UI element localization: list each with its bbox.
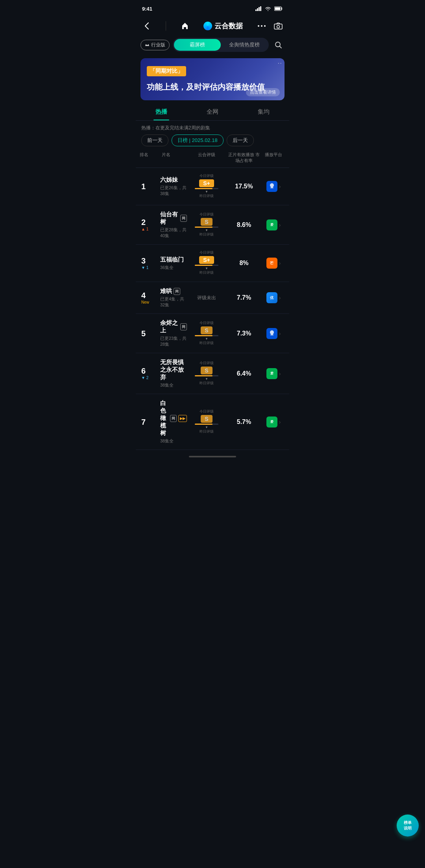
name-cell: 难哄 网 已更4集，共32集	[160, 287, 187, 308]
sub-tab-hot[interactable]: 热播	[136, 103, 187, 120]
rating-today-label: 今日评级	[200, 250, 214, 255]
rating-arrow: ▼	[205, 377, 208, 381]
rating-arrow: ▼	[205, 337, 208, 341]
rating-arrow: ▼	[205, 229, 208, 232]
platform-youku-icon: 优	[266, 292, 277, 303]
home-indicator	[189, 456, 236, 457]
share-cell: 7.3%	[226, 330, 262, 337]
drama-sub: 38集全	[160, 438, 187, 444]
banner[interactable]: 「同期对比」 功能上线，及时评估内容播放价值 点击查看详情 • •	[140, 58, 285, 100]
rating-today-label: 今日评级	[200, 173, 214, 179]
rating-arrow: ▼	[205, 190, 208, 194]
more-button[interactable]	[255, 20, 268, 32]
rank-change: New	[141, 300, 149, 304]
rating-today-label: 今日评级	[200, 321, 214, 326]
rating-today-value: S	[201, 367, 212, 374]
rating-today-value: S+	[199, 179, 214, 187]
wifi-icon	[265, 6, 271, 11]
rating-cell: 今日评级 S ▼ 昨日评级	[187, 321, 226, 346]
platform-cell: 爱 ›	[262, 416, 285, 428]
name-cell: 白色橄榄树 网▶▶ 38集全	[160, 400, 187, 444]
status-time: 9:41	[142, 6, 152, 12]
rating-cell: 今日评级 S+ ▼ 昨日评级	[187, 250, 226, 276]
search-button[interactable]	[272, 39, 285, 51]
header-rating: 云合评级	[187, 152, 226, 164]
banner-detail-link[interactable]: 点击查看详情	[246, 88, 280, 96]
industry-tag[interactable]: 行业版	[140, 40, 170, 50]
drama-sub: 已更4集，共32集	[160, 296, 187, 308]
svg-rect-3	[260, 6, 261, 11]
rating-today-value: S	[201, 326, 212, 334]
drama-sub: 36集全	[160, 265, 187, 271]
rank-cell: 5	[140, 330, 160, 337]
table-row[interactable]: 6 ▼ 2 无所畏惧之永不放弃 38集全 今日评级 S ▼ 昨日评级 6.4% …	[136, 353, 289, 394]
filter-bar: 热播：在更及完结未满2周的剧集 前一天 日榜 | 2025.02.18 后一天	[136, 121, 289, 148]
header-share: 正片有效播放 市场占有率	[226, 152, 262, 164]
rating-bar	[195, 188, 218, 189]
camera-button[interactable]	[272, 20, 285, 32]
rank-number: 4	[141, 291, 146, 299]
next-day-button[interactable]: 后一天	[227, 135, 254, 146]
sub-tab-all[interactable]: 全网	[187, 103, 238, 120]
main-tab-group: 霸屏榜 全舆情热度榜	[173, 38, 269, 52]
back-button[interactable]	[140, 20, 153, 32]
tab-yuqing[interactable]: 全舆情热度榜	[221, 39, 268, 51]
row-chevron: ›	[279, 419, 281, 425]
rank-change: ▲ 1	[141, 227, 148, 231]
tag-web: 网	[180, 323, 187, 330]
logo-icon	[203, 22, 212, 30]
nav-title: 云合数据	[203, 21, 243, 31]
date-nav: 前一天 日榜 | 2025.02.18 后一天	[141, 135, 284, 146]
rating-today-value: S	[201, 415, 212, 423]
share-cell: 8%	[226, 260, 262, 267]
tag-web: 网	[174, 288, 180, 295]
platform-cell: 爱 ›	[262, 219, 285, 230]
svg-point-10	[277, 26, 280, 28]
rating-cell: 今日评级 S ▼ 昨日评级	[187, 409, 226, 435]
drama-title: 仙台有树 网	[160, 211, 187, 226]
rank-cell: 2 ▲ 1	[140, 218, 160, 231]
table-row[interactable]: 2 ▲ 1 仙台有树 网 已更28集，共40集 今日评级 S ▼ 昨日评级 8.…	[136, 205, 289, 245]
rating-yesterday-label: 昨日评级	[200, 381, 214, 386]
rating-bar	[195, 335, 218, 336]
name-cell: 无所畏惧之永不放弃 38集全	[160, 359, 187, 388]
sub-tab-avg[interactable]: 集均	[238, 103, 289, 120]
rating-bar	[195, 424, 218, 425]
table-row[interactable]: 4 New 难哄 网 已更4集，共32集 评级未出 7.7% 优 ›	[136, 282, 289, 314]
drama-sub: 已更28集，共40集	[160, 227, 187, 239]
table-header: 排名 片名 云合评级 正片有效播放 市场占有率 播放平台	[136, 148, 289, 168]
svg-point-6	[258, 25, 259, 27]
rank-cell: 7	[140, 418, 160, 426]
svg-rect-12	[270, 188, 273, 188]
tag-vip: ▶▶	[178, 415, 187, 422]
status-bar: 9:41	[136, 0, 289, 17]
prev-day-button[interactable]: 前一天	[141, 135, 168, 146]
drama-sub: 38集全	[160, 382, 187, 388]
share-cell: 8.6%	[226, 221, 262, 229]
rating-yesterday-label: 昨日评级	[200, 341, 214, 346]
row-chevron: ›	[279, 370, 281, 377]
platform-cell: 优 ›	[262, 292, 285, 303]
rank-number: 3	[141, 257, 146, 265]
rank-cell: 4 New	[140, 291, 160, 304]
tag-web: 网	[170, 415, 177, 422]
rank-number: 7	[141, 418, 146, 426]
table-row[interactable]: 1 六姊妹 已更26集，共38集 今日评级 S+ ▼ 昨日评级 17.5% ›	[136, 168, 289, 205]
drama-sub: 已更23集，共28集	[160, 335, 187, 347]
nav-bar: 云合数据	[136, 17, 289, 35]
rating-arrow: ▼	[205, 426, 208, 429]
rank-number: 1	[141, 182, 146, 190]
header-name: 片名	[160, 152, 187, 164]
row-chevron: ›	[279, 260, 281, 266]
table-row[interactable]: 7 白色橄榄树 网▶▶ 38集全 今日评级 S ▼ 昨日评级 5.7% 爱 ›	[136, 394, 289, 450]
table-row[interactable]: 3 ▼ 1 五福临门 36集全 今日评级 S+ ▼ 昨日评级 8% 芒 ›	[136, 245, 289, 282]
home-button[interactable]	[179, 20, 191, 32]
tab-baping[interactable]: 霸屏榜	[174, 39, 221, 51]
rank-cell: 1	[140, 182, 160, 190]
name-cell: 五福临门 36集全	[160, 256, 187, 271]
status-bar-right	[255, 6, 283, 11]
table-body: 1 六姊妹 已更26集，共38集 今日评级 S+ ▼ 昨日评级 17.5% › …	[136, 168, 289, 450]
svg-rect-1	[257, 8, 258, 11]
table-row[interactable]: 5 余烬之上 网 已更23集，共28集 今日评级 S ▼ 昨日评级 7.3% ›	[136, 314, 289, 353]
platform-cell: ›	[262, 181, 285, 192]
